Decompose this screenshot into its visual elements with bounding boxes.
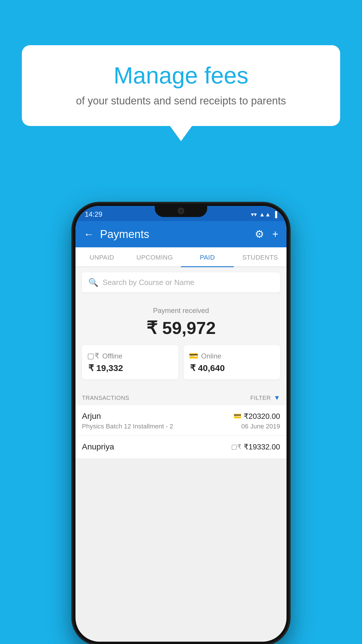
transaction-description: Physics Batch 12 Installment - 2: [82, 423, 173, 430]
transaction-row-top: Anupriya ▢₹ ₹19332.00: [82, 442, 280, 452]
transaction-name: Anupriya: [82, 442, 114, 452]
app-bar-title: Payments: [100, 228, 249, 241]
tabs-container: UNPAID UPCOMING PAID STUDENTS: [75, 247, 287, 267]
transaction-row-top: Arjun 💳 ₹20320.00: [82, 412, 280, 421]
online-payment-type-icon: 💳: [233, 412, 241, 420]
offline-label: Offline: [102, 352, 122, 360]
filter-label: FILTER: [250, 395, 271, 401]
status-icons: ▾▾ ▲▲ ▐: [251, 211, 277, 218]
filter-button[interactable]: FILTER ▼: [250, 394, 280, 402]
transaction-amount: ₹20320.00: [244, 412, 280, 421]
payment-total-amount: ₹ 59,972: [82, 318, 280, 338]
phone-outer: 14:29 ▾▾ ▲▲ ▐ ← Payments ⚙ + UNPAID: [73, 204, 289, 644]
payment-received-label: Payment received: [82, 307, 280, 315]
wifi-icon: ▾▾: [251, 211, 257, 218]
online-label: Online: [201, 352, 221, 360]
transaction-amount: ₹19332.00: [244, 442, 280, 452]
payment-cards: ▢₹ Offline ₹ 19,332 💳 Online ₹ 40,640: [82, 345, 280, 379]
transaction-amount-container: 💳 ₹20320.00: [233, 412, 280, 421]
offline-payment-icon: ▢₹: [87, 351, 99, 360]
offline-payment-card: ▢₹ Offline ₹ 19,332: [82, 345, 178, 379]
online-amount: ₹ 40,640: [189, 363, 225, 373]
speech-bubble: Manage fees of your students and send re…: [22, 45, 340, 126]
search-icon: 🔍: [88, 278, 99, 287]
transaction-row[interactable]: Anupriya ▢₹ ₹19332.00: [75, 436, 287, 459]
app-bar-actions: ⚙ +: [255, 228, 278, 240]
tab-unpaid[interactable]: UNPAID: [75, 247, 128, 267]
phone-notch: [155, 204, 207, 217]
offline-amount: ₹ 19,332: [87, 363, 123, 373]
tab-students[interactable]: STUDENTS: [234, 247, 287, 267]
phone-container: 14:29 ▾▾ ▲▲ ▐ ← Payments ⚙ + UNPAID: [73, 204, 289, 644]
search-bar[interactable]: 🔍 Search by Course or Name: [82, 272, 280, 293]
transaction-name: Arjun: [82, 412, 101, 421]
online-card-header: 💳 Online: [189, 351, 221, 360]
search-container: 🔍 Search by Course or Name: [75, 267, 287, 298]
transaction-amount-container: ▢₹ ₹19332.00: [231, 442, 280, 452]
battery-icon: ▐: [273, 211, 277, 218]
speech-bubble-subtitle: of your students and send receipts to pa…: [45, 95, 317, 107]
offline-payment-type-icon: ▢₹: [231, 443, 241, 451]
camera-icon: [178, 208, 184, 214]
transactions-label: TRANSACTIONS: [82, 395, 129, 401]
filter-icon: ▼: [274, 394, 280, 402]
app-bar: ← Payments ⚙ +: [75, 221, 287, 247]
transaction-row-bottom: Physics Batch 12 Installment - 2 06 June…: [82, 423, 280, 430]
online-payment-icon: 💳: [189, 351, 198, 360]
tab-paid[interactable]: PAID: [181, 247, 234, 267]
back-button[interactable]: ←: [84, 228, 94, 240]
phone-screen: 14:29 ▾▾ ▲▲ ▐ ← Payments ⚙ + UNPAID: [75, 206, 287, 642]
payment-summary: Payment received ₹ 59,972 ▢₹ Offline ₹ 1…: [75, 298, 287, 389]
signal-icon: ▲▲: [259, 211, 271, 218]
offline-card-header: ▢₹ Offline: [87, 351, 122, 360]
settings-icon[interactable]: ⚙: [255, 228, 264, 240]
speech-bubble-container: Manage fees of your students and send re…: [22, 45, 340, 126]
search-placeholder: Search by Course or Name: [103, 278, 194, 287]
transaction-row[interactable]: Arjun 💳 ₹20320.00 Physics Batch 12 Insta…: [75, 405, 287, 436]
status-time: 14:29: [85, 210, 102, 218]
online-payment-card: 💳 Online ₹ 40,640: [184, 345, 280, 379]
transaction-date: 06 June 2019: [241, 423, 280, 430]
transactions-header: TRANSACTIONS FILTER ▼: [75, 389, 287, 405]
tab-upcoming[interactable]: UPCOMING: [128, 247, 181, 267]
add-icon[interactable]: +: [272, 228, 278, 240]
speech-bubble-title: Manage fees: [45, 63, 317, 88]
